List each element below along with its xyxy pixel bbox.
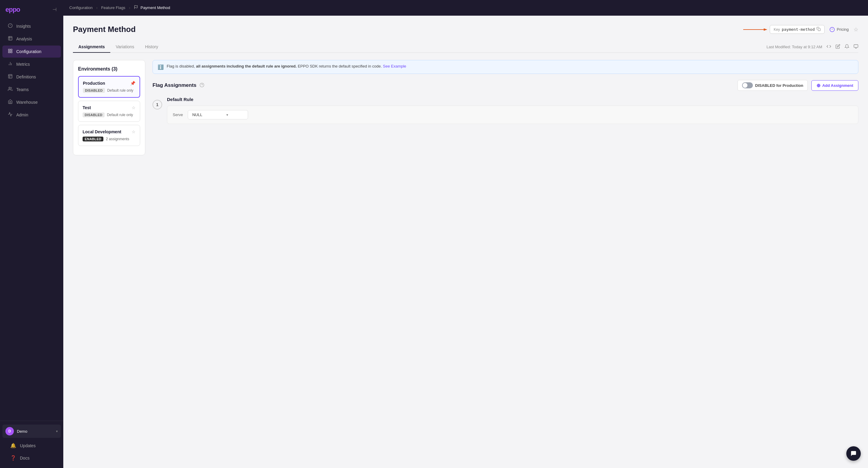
metrics-icon xyxy=(8,61,13,67)
env-card-production[interactable]: Production 📌 DISABLED Default rule only xyxy=(78,76,140,98)
serve-label: Serve xyxy=(173,113,183,117)
logo: eppo xyxy=(5,6,20,13)
toggle-disabled-button[interactable]: DISABLED for Production xyxy=(738,80,808,91)
sidebar-item-warehouse[interactable]: Warehouse xyxy=(2,96,61,108)
rule-number: 1 xyxy=(153,100,162,110)
code-view-button[interactable] xyxy=(827,44,831,50)
svg-rect-2 xyxy=(10,49,12,51)
sidebar-item-definitions[interactable]: Definitions xyxy=(2,71,61,83)
env-production-tags: DISABLED Default rule only xyxy=(83,88,135,93)
definitions-icon xyxy=(8,74,13,80)
user-menu-chevron: ▾ xyxy=(56,430,58,433)
star-icon-local[interactable]: ☆ xyxy=(132,129,135,134)
user-menu[interactable]: D Demo ▾ xyxy=(2,425,61,438)
serve-select[interactable]: NULL ▾ xyxy=(188,110,248,119)
sidebar-item-configuration-label: Configuration xyxy=(16,49,41,54)
sidebar-item-definitions-label: Definitions xyxy=(16,75,36,79)
assignments-header: Flag Assignments DISABLED for Production xyxy=(153,80,858,91)
plus-icon: ⊕ xyxy=(816,83,820,88)
assignments-help-icon[interactable] xyxy=(199,83,204,88)
see-example-link[interactable]: See Example xyxy=(383,64,406,68)
breadcrumb-configuration[interactable]: Configuration xyxy=(69,5,93,10)
sidebar-collapse-button[interactable]: ⊣ xyxy=(51,5,58,13)
last-modified-label: Last Modified: Today at 9:12 AM xyxy=(767,45,822,49)
page-header: Payment Method Key payment-method xyxy=(73,25,858,34)
env-production-status-badge: DISABLED xyxy=(83,88,105,93)
svg-rect-10 xyxy=(818,28,821,31)
settings-button[interactable] xyxy=(854,44,858,50)
user-avatar: D xyxy=(5,427,14,435)
sidebar-item-updates[interactable]: 🔔 Updates xyxy=(5,440,59,451)
sidebar-item-teams[interactable]: Teams xyxy=(2,84,61,96)
key-badge: Key payment-method xyxy=(770,25,825,34)
tabs-actions: Last Modified: Today at 9:12 AM xyxy=(767,44,858,50)
tabs: Assignments Variations History xyxy=(73,41,164,53)
env-card-local-development[interactable]: Local Development ☆ ENABLED 2 assignment… xyxy=(78,125,140,146)
main-grid: Environments (3) Production 📌 DISABLED D… xyxy=(73,60,858,155)
env-production-name: Production xyxy=(83,81,105,86)
updates-icon: 🔔 xyxy=(10,443,16,448)
main-area: Configuration › Feature Flags › Payment … xyxy=(63,0,868,468)
sidebar-item-admin[interactable]: Admin xyxy=(2,109,61,121)
breadcrumb-payment-method: Payment Method xyxy=(141,5,170,10)
serve-dropdown-arrow: ▾ xyxy=(226,113,228,117)
tabs-bar: Assignments Variations History Last Modi… xyxy=(73,41,858,53)
env-production-detail: Default rule only xyxy=(107,88,133,93)
env-local-status-badge: ENABLED xyxy=(83,137,103,141)
page-title: Payment Method xyxy=(73,25,135,34)
serve-value: NULL xyxy=(192,113,202,117)
env-test-tags: DISABLED Default rule only xyxy=(83,113,135,117)
insights-icon xyxy=(8,23,13,29)
star-icon-test[interactable]: ☆ xyxy=(132,105,135,110)
sidebar-item-metrics-label: Metrics xyxy=(16,62,30,67)
pricing-badge[interactable]: Pricing xyxy=(830,27,849,32)
pricing-icon xyxy=(830,27,835,32)
environments-title: Environments (3) xyxy=(78,66,140,72)
tab-assignments[interactable]: Assignments xyxy=(73,41,110,53)
breadcrumb-feature-flags[interactable]: Feature Flags xyxy=(101,5,125,10)
docs-icon: ❓ xyxy=(10,455,16,461)
assignments-actions: DISABLED for Production ⊕ Add Assignment xyxy=(738,80,858,91)
sidebar-item-analysis-label: Analysis xyxy=(16,36,32,41)
edit-button[interactable] xyxy=(835,44,840,50)
sidebar-item-analysis[interactable]: Analysis xyxy=(2,33,61,45)
tab-variations[interactable]: Variations xyxy=(110,41,140,53)
env-card-test-header: Test ☆ xyxy=(83,105,135,110)
rule-card: Serve NULL ▾ xyxy=(167,106,858,124)
env-card-local-header: Local Development ☆ xyxy=(83,129,135,134)
sidebar-item-metrics[interactable]: Metrics xyxy=(2,58,61,70)
svg-point-6 xyxy=(9,87,10,89)
svg-rect-12 xyxy=(854,45,858,47)
breadcrumb-sep-1: › xyxy=(96,5,97,10)
content-area: Payment Method Key payment-method xyxy=(63,16,868,468)
sidebar-bottom: D Demo ▾ 🔔 Updates ❓ Docs xyxy=(0,421,63,468)
env-card-production-header: Production 📌 xyxy=(83,81,135,86)
add-assignment-button[interactable]: ⊕ Add Assignment xyxy=(811,80,858,91)
sidebar-item-docs[interactable]: ❓ Docs xyxy=(5,452,59,464)
tab-history[interactable]: History xyxy=(140,41,164,53)
sidebar-item-configuration[interactable]: Configuration xyxy=(2,46,61,58)
chat-support-button[interactable] xyxy=(846,446,861,461)
rule-body: Default Rule Serve NULL ▾ xyxy=(167,97,858,124)
copy-key-button[interactable] xyxy=(816,27,821,32)
sidebar-nav: Insights Analysis Configuration Metrics … xyxy=(0,17,63,421)
chat-icon xyxy=(850,450,857,457)
favorite-star-button[interactable]: ☆ xyxy=(854,26,858,33)
sidebar-header: eppo ⊣ xyxy=(0,0,63,17)
notifications-button[interactable] xyxy=(844,44,849,50)
sidebar-item-insights-label: Insights xyxy=(16,24,31,29)
pin-icon-production: 📌 xyxy=(130,81,135,86)
teams-icon xyxy=(8,87,13,93)
flag-icon xyxy=(134,5,138,10)
arrow-key-row: Key payment-method xyxy=(743,25,825,34)
key-label: Key xyxy=(774,27,780,32)
sidebar-item-insights[interactable]: Insights xyxy=(2,20,61,32)
env-card-test[interactable]: Test ☆ DISABLED Default rule only xyxy=(78,101,140,122)
toggle-track xyxy=(742,82,753,88)
breadcrumb-sep-2: › xyxy=(129,5,130,10)
sidebar: eppo ⊣ Insights Analysis Configuration xyxy=(0,0,63,468)
svg-rect-3 xyxy=(8,51,10,53)
info-banner-text: Flag is disabled, all assignments includ… xyxy=(167,64,406,68)
user-name: Demo xyxy=(17,429,53,434)
info-banner-icon: ℹ️ xyxy=(158,64,164,70)
